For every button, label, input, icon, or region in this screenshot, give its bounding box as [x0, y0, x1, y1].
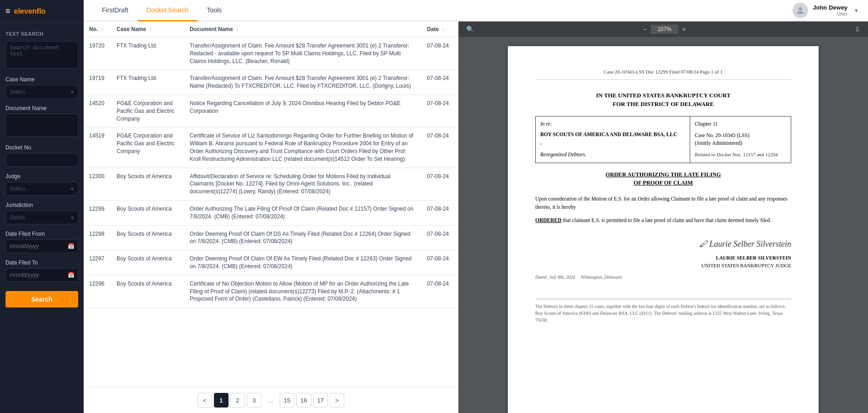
cell-case: PG&E Corporation and Pacific Gas and Ele… [111, 127, 184, 168]
cell-doc: Certificate of No Objection Motion to Al… [184, 275, 421, 307]
docket-no-field: Docket No. [0, 143, 84, 171]
pagination-page-2[interactable]: 2 [230, 393, 245, 408]
doc-case-left: In re: BOY SCOUTS OF AMERICA AND DELAWAR… [536, 116, 690, 163]
table-row[interactable]: 12299 Boy Scouts of America Order Author… [84, 200, 458, 225]
user-info: John Dewey User ▼ [793, 3, 859, 18]
app-logo: ≡ elevenflo [0, 0, 84, 23]
search-doc-button[interactable]: 🔍 [464, 24, 476, 34]
date-filed-to-label: Date Filed To [5, 259, 78, 266]
doc-ordered-text: ORDERED that claimant E.S. is permitted … [535, 216, 791, 224]
in-re-label: In re: [540, 120, 685, 128]
svg-point-0 [799, 7, 802, 10]
cell-doc: Transfer/Assignment of Claim. Fee Amount… [184, 70, 421, 95]
jointly-admin: (Jointly Administered) [695, 139, 786, 147]
cell-no: 12298 [84, 225, 111, 250]
cell-case: FTX Trading Ltd. [111, 37, 184, 70]
doc-header-line: Case 20-10343-LSS Doc 12299 Filed 07/08/… [535, 68, 791, 80]
sort-icon-no[interactable]: ↕ [101, 27, 104, 32]
pagination-page-17[interactable]: 17 [313, 393, 328, 408]
logo-text: elevenflo [14, 7, 46, 16]
judge-select[interactable]: Select... [5, 182, 78, 196]
date-filed-to-wrapper: 📅 [5, 268, 78, 282]
search-button[interactable]: Search [5, 291, 78, 307]
cell-no: 14519 [84, 127, 111, 168]
sort-icon-doc[interactable]: ↕ [236, 27, 239, 32]
doc-viewer-content: Case 20-10343-LSS Doc 12299 Filed 07/08/… [458, 37, 868, 413]
jurisdiction-select[interactable]: Select... [5, 211, 78, 224]
document-name-input[interactable] [5, 114, 78, 137]
user-role: User [813, 11, 847, 16]
pagination-page-1[interactable]: 1 [214, 393, 229, 408]
docket-no-label: Docket No. [5, 144, 78, 151]
pagination-page-15[interactable]: 15 [280, 393, 294, 408]
pagination-next[interactable]: > [330, 393, 344, 408]
case-name-select[interactable]: Select... FTX Trading Ltd. Boy Scouts of… [5, 85, 78, 99]
related-dockets: Related to Docket Nos. 12157 and 12294 [695, 151, 786, 159]
document-viewer: 🔍 − + ⇩ Case 20-10343-LSS Doc 12299 File… [458, 21, 868, 413]
chapter-label: Chapter 11 [695, 120, 786, 128]
cell-date: 07-08-24 [421, 127, 458, 168]
date-filed-to-icon: 📅 [68, 272, 75, 278]
main-content: FirstDraft Docket Search Tools John Dewe… [84, 0, 868, 413]
avatar-icon [795, 5, 805, 16]
cell-no: 12299 [84, 200, 111, 225]
pagination-prev[interactable]: < [197, 393, 212, 408]
case-name-select-wrapper: Select... FTX Trading Ltd. Boy Scouts of… [5, 85, 78, 99]
zoom-input[interactable] [651, 25, 678, 34]
table-row[interactable]: 12298 Boy Scouts of America Order Deemin… [84, 225, 458, 250]
user-name: John Dewey [813, 4, 847, 11]
doc-page: Case 20-10343-LSS Doc 12299 Filed 07/08/… [508, 46, 819, 413]
date-signed: Dated: July 8th, 2024 [535, 275, 575, 280]
text-search-label: Text Search [0, 23, 84, 39]
table-row[interactable]: 14519 PG&E Corporation and Pacific Gas a… [84, 127, 458, 168]
user-menu-chevron-icon[interactable]: ▼ [854, 8, 859, 13]
cell-no: 14520 [84, 95, 111, 127]
pagination: < 1 2 3 ... 15 16 17 > [84, 387, 458, 413]
zoom-out-button[interactable]: − [640, 24, 649, 34]
table-row[interactable]: 12300 Boy Scouts of America Affidavit/De… [84, 168, 458, 200]
cell-no: 12296 [84, 275, 111, 307]
cell-case: Boy Scouts of America [111, 168, 184, 200]
results-table-wrapper: No. ↕ Case Name ↕ Document Name ↕ [84, 21, 458, 387]
user-name-block: John Dewey User [813, 4, 847, 16]
cell-no: 12300 [84, 168, 111, 200]
cell-date: 07-08-24 [421, 200, 458, 225]
text-search-input[interactable] [5, 41, 78, 69]
table-row[interactable]: 12297 Boy Scouts of America Order Deemin… [84, 250, 458, 275]
download-button[interactable]: ⇩ [852, 24, 863, 34]
table-row[interactable]: 12296 Boy Scouts of America Certificate … [84, 275, 458, 307]
case-name-label: Case Name [5, 76, 78, 83]
table-row[interactable]: 14520 PG&E Corporation and Pacific Gas a… [84, 95, 458, 127]
cell-case: Boy Scouts of America [111, 200, 184, 225]
date-filed-from-field: Date Filed From 📅 [0, 229, 84, 258]
cell-date: 07-08-24 [421, 225, 458, 250]
judge-field: Judge Select... ▼ [0, 171, 84, 200]
date-filed-from-label: Date Filed From [5, 231, 78, 237]
tab-tools[interactable]: Tools [197, 0, 231, 21]
pagination-dots: ... [263, 393, 278, 408]
sort-icon-case[interactable]: ↕ [149, 27, 152, 32]
debtor-name: BOY SCOUTS OF AMERICA AND DELAWARE BSA, … [540, 131, 685, 138]
jurisdiction-field: Jurisdiction Select... ▼ [0, 200, 84, 229]
viewer-toolbar: 🔍 − + ⇩ [458, 21, 868, 37]
judge-label: Judge [5, 173, 78, 180]
sort-icon-date[interactable]: ↕ [442, 27, 444, 32]
results-table: No. ↕ Case Name ↕ Document Name ↕ [84, 21, 458, 308]
pagination-page-16[interactable]: 16 [296, 393, 311, 408]
cell-date: 07-08-24 [421, 168, 458, 200]
cell-doc: Order Deeming Proof Of Claim Of DS As Ti… [184, 225, 421, 250]
table-row[interactable]: 19720 FTX Trading Ltd. Transfer/Assignme… [84, 37, 458, 70]
pagination-page-3[interactable]: 3 [247, 393, 261, 408]
cell-no: 19719 [84, 70, 111, 95]
table-row[interactable]: 19719 FTX Trading Ltd. Transfer/Assignme… [84, 70, 458, 95]
doc-case-right: Chapter 11 Case No. 20-10343 (LSS) (Join… [690, 116, 791, 163]
zoom-in-button[interactable]: + [680, 24, 688, 34]
cell-doc: Order Authorizing The Late Filing Of Pro… [184, 200, 421, 225]
tab-firstdraft[interactable]: FirstDraft [93, 0, 138, 21]
doc-footer: The Debtors in these chapter 11 cases, t… [535, 299, 791, 323]
cell-date: 07-08-24 [421, 37, 458, 70]
text-search-field [0, 39, 84, 74]
table-header-row: No. ↕ Case Name ↕ Document Name ↕ [84, 21, 458, 37]
tab-docketsearch[interactable]: Docket Search [138, 0, 198, 21]
docket-no-input[interactable] [5, 153, 78, 167]
